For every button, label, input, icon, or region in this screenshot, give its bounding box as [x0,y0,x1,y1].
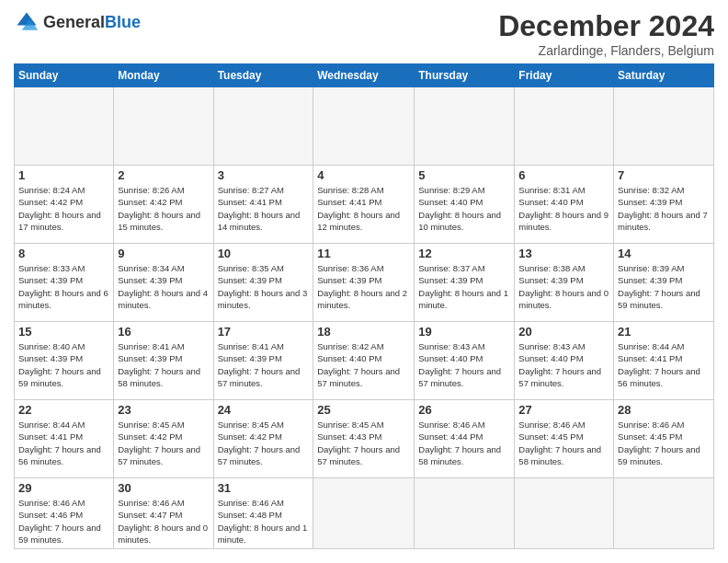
day-info: Sunrise: 8:24 AMSunset: 4:42 PMDaylight:… [18,185,101,232]
table-row: 26 Sunrise: 8:46 AMSunset: 4:44 PMDaylig… [415,400,515,478]
table-row: 17 Sunrise: 8:41 AMSunset: 4:39 PMDaylig… [213,322,313,400]
day-number: 16 [118,325,209,339]
table-row: 2 Sunrise: 8:26 AMSunset: 4:42 PMDayligh… [114,166,213,244]
day-number: 4 [317,168,410,182]
day-number: 30 [118,481,209,495]
day-info: Sunrise: 8:36 AMSunset: 4:39 PMDaylight:… [317,263,407,310]
table-row [415,87,515,166]
table-row: 24 Sunrise: 8:45 AMSunset: 4:42 PMDaylig… [213,400,313,478]
day-info: Sunrise: 8:44 AMSunset: 4:41 PMDaylight:… [618,341,700,388]
table-row: 23 Sunrise: 8:45 AMSunset: 4:42 PMDaylig… [114,400,213,478]
header-saturday: Saturday [614,64,714,87]
day-info: Sunrise: 8:46 AMSunset: 4:45 PMDaylight:… [618,419,700,466]
day-number: 29 [18,481,109,495]
day-info: Sunrise: 8:46 AMSunset: 4:46 PMDaylight:… [18,498,101,545]
day-number: 5 [418,168,510,182]
day-info: Sunrise: 8:38 AMSunset: 4:39 PMDaylight:… [518,263,609,310]
header: GeneralBlue December 2024 Zarlardinge, F… [14,9,714,58]
day-number: 17 [218,325,310,339]
day-number: 18 [317,325,410,339]
month-title: December 2024 [498,9,714,43]
table-row: 28 Sunrise: 8:46 AMSunset: 4:45 PMDaylig… [614,400,714,478]
day-info: Sunrise: 8:44 AMSunset: 4:41 PMDaylight:… [18,419,101,466]
day-info: Sunrise: 8:34 AMSunset: 4:39 PMDaylight:… [118,263,208,310]
table-row: 5 Sunrise: 8:29 AMSunset: 4:40 PMDayligh… [415,166,515,244]
day-number: 19 [418,325,510,339]
logo: GeneralBlue [14,9,141,35]
table-row [114,87,213,166]
day-info: Sunrise: 8:46 AMSunset: 4:48 PMDaylight:… [218,498,308,545]
day-number: 7 [618,168,710,182]
location-title: Zarlardinge, Flanders, Belgium [498,43,714,58]
logo-blue: Blue [105,13,141,31]
day-info: Sunrise: 8:32 AMSunset: 4:39 PMDaylight:… [618,185,708,232]
day-number: 24 [218,403,310,417]
day-number: 22 [18,403,109,417]
day-info: Sunrise: 8:45 AMSunset: 4:42 PMDaylight:… [118,419,200,466]
day-info: Sunrise: 8:43 AMSunset: 4:40 PMDaylight:… [418,341,501,388]
table-row: 4 Sunrise: 8:28 AMSunset: 4:41 PMDayligh… [313,166,415,244]
day-info: Sunrise: 8:46 AMSunset: 4:47 PMDaylight:… [118,498,208,545]
day-info: Sunrise: 8:42 AMSunset: 4:40 PMDaylight:… [317,341,400,388]
table-row [15,87,114,166]
calendar-table: Sunday Monday Tuesday Wednesday Thursday… [14,63,714,549]
table-row: 21 Sunrise: 8:44 AMSunset: 4:41 PMDaylig… [614,322,714,400]
table-row: 30 Sunrise: 8:46 AMSunset: 4:47 PMDaylig… [114,478,213,549]
day-info: Sunrise: 8:41 AMSunset: 4:39 PMDaylight:… [118,341,200,388]
day-info: Sunrise: 8:45 AMSunset: 4:42 PMDaylight:… [218,419,301,466]
table-row: 29 Sunrise: 8:46 AMSunset: 4:46 PMDaylig… [15,478,114,549]
day-number: 25 [317,403,410,417]
table-row: 10 Sunrise: 8:35 AMSunset: 4:39 PMDaylig… [213,244,313,322]
day-info: Sunrise: 8:31 AMSunset: 4:40 PMDaylight:… [518,185,609,232]
day-number: 2 [118,168,209,182]
day-number: 6 [518,168,609,182]
table-row: 8 Sunrise: 8:33 AMSunset: 4:39 PMDayligh… [15,244,114,322]
day-info: Sunrise: 8:26 AMSunset: 4:42 PMDaylight:… [118,185,200,232]
table-row: 20 Sunrise: 8:43 AMSunset: 4:40 PMDaylig… [515,322,614,400]
table-row: 7 Sunrise: 8:32 AMSunset: 4:39 PMDayligh… [614,166,714,244]
header-sunday: Sunday [15,64,114,87]
day-info: Sunrise: 8:39 AMSunset: 4:39 PMDaylight:… [618,263,700,310]
day-number: 15 [18,325,109,339]
header-tuesday: Tuesday [213,64,313,87]
table-row: 11 Sunrise: 8:36 AMSunset: 4:39 PMDaylig… [313,244,415,322]
table-row: 16 Sunrise: 8:41 AMSunset: 4:39 PMDaylig… [114,322,213,400]
table-row: 15 Sunrise: 8:40 AMSunset: 4:39 PMDaylig… [15,322,114,400]
day-info: Sunrise: 8:45 AMSunset: 4:43 PMDaylight:… [317,419,400,466]
day-number: 3 [218,168,310,182]
table-row: 9 Sunrise: 8:34 AMSunset: 4:39 PMDayligh… [114,244,213,322]
header-monday: Monday [114,64,213,87]
day-number: 11 [317,247,410,260]
day-number: 27 [518,403,609,417]
table-row [415,478,515,549]
day-info: Sunrise: 8:29 AMSunset: 4:40 PMDaylight:… [418,185,501,232]
header-wednesday: Wednesday [313,64,415,87]
day-info: Sunrise: 8:41 AMSunset: 4:39 PMDaylight:… [218,341,301,388]
day-number: 28 [618,403,710,417]
table-row: 22 Sunrise: 8:44 AMSunset: 4:41 PMDaylig… [15,400,114,478]
day-number: 8 [18,247,109,260]
table-row [614,87,714,166]
table-row: 31 Sunrise: 8:46 AMSunset: 4:48 PMDaylig… [213,478,313,549]
day-number: 23 [118,403,209,417]
day-number: 10 [218,247,310,260]
day-number: 14 [618,247,710,260]
table-row [313,87,415,166]
day-info: Sunrise: 8:40 AMSunset: 4:39 PMDaylight:… [18,341,101,388]
day-number: 21 [618,325,710,339]
day-number: 1 [18,168,109,182]
day-info: Sunrise: 8:27 AMSunset: 4:41 PMDaylight:… [218,185,301,232]
day-number: 12 [418,247,510,260]
table-row: 27 Sunrise: 8:46 AMSunset: 4:45 PMDaylig… [515,400,614,478]
day-number: 20 [518,325,609,339]
table-row [313,478,415,549]
table-row: 25 Sunrise: 8:45 AMSunset: 4:43 PMDaylig… [313,400,415,478]
table-row: 13 Sunrise: 8:38 AMSunset: 4:39 PMDaylig… [515,244,614,322]
table-row [515,478,614,549]
table-row [213,87,313,166]
table-row: 14 Sunrise: 8:39 AMSunset: 4:39 PMDaylig… [614,244,714,322]
table-row: 1 Sunrise: 8:24 AMSunset: 4:42 PMDayligh… [15,166,114,244]
table-row: 19 Sunrise: 8:43 AMSunset: 4:40 PMDaylig… [415,322,515,400]
logo-icon [14,9,40,35]
table-row: 12 Sunrise: 8:37 AMSunset: 4:39 PMDaylig… [415,244,515,322]
